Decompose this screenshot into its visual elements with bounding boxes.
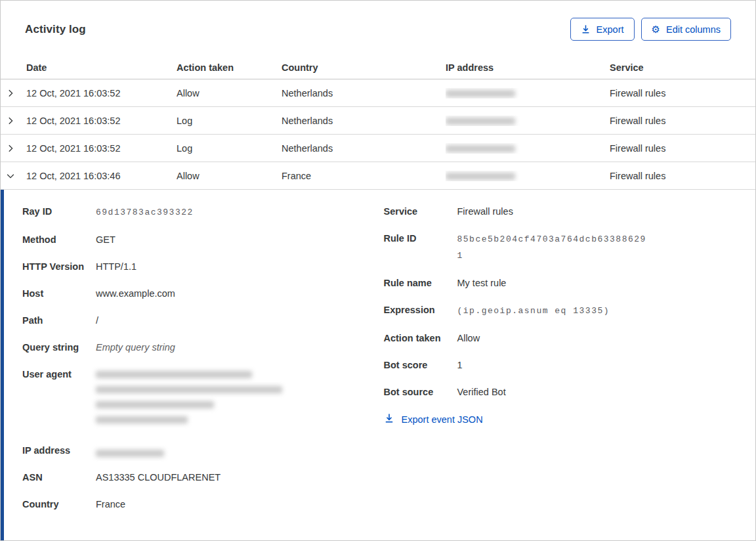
row-date: 12 Oct, 2021 16:03:46 bbox=[26, 171, 177, 181]
detail-label: Expression bbox=[384, 303, 457, 318]
row-country: France bbox=[282, 171, 446, 181]
activity-log-panel: Activity log Export ⚙ Edit columns Date … bbox=[0, 0, 756, 541]
detail-label: HTTP Version bbox=[22, 259, 96, 274]
redacted-ip-value bbox=[446, 90, 515, 97]
detail-label: Country bbox=[22, 497, 96, 512]
redacted-ip-value bbox=[446, 118, 515, 125]
row-action: Allow bbox=[177, 88, 282, 98]
page-title: Activity log bbox=[25, 23, 86, 36]
detail-label: User agent bbox=[22, 367, 96, 382]
row-date: 12 Oct, 2021 16:03:52 bbox=[26, 143, 177, 154]
bot-source-value: Verified Bot bbox=[457, 385, 506, 400]
row-service: Firewall rules bbox=[610, 143, 742, 154]
chevron-down-icon[interactable] bbox=[1, 171, 26, 181]
column-header-service: Service bbox=[610, 62, 742, 73]
table-row-expanded[interactable]: 12 Oct, 2021 16:03:46 Allow France Firew… bbox=[1, 162, 755, 190]
table-row[interactable]: 12 Oct, 2021 16:03:52 Log Netherlands Fi… bbox=[1, 135, 755, 162]
asn-value: AS13335 CLOUDFLARENET bbox=[96, 470, 220, 485]
query-string-value: Empty query string bbox=[96, 340, 175, 355]
detail-label: IP address bbox=[22, 443, 96, 458]
chevron-right-icon[interactable] bbox=[1, 144, 26, 153]
column-header-date: Date bbox=[26, 62, 177, 73]
detail-label: Ray ID bbox=[22, 204, 96, 219]
row-country: Netherlands bbox=[282, 143, 446, 154]
host-value: www.example.com bbox=[96, 286, 175, 301]
row-action: Allow bbox=[177, 171, 282, 181]
detail-label: Bot source bbox=[384, 385, 457, 400]
activity-table: Date Action taken Country IP address Ser… bbox=[1, 56, 755, 190]
detail-right-column: ServiceFirewall rules Rule ID85bce5b204c… bbox=[384, 204, 736, 524]
detail-label: Action taken bbox=[384, 331, 457, 346]
column-header-country: Country bbox=[282, 62, 446, 73]
detail-label: Rule name bbox=[384, 276, 457, 291]
service-value: Firewall rules bbox=[457, 204, 513, 219]
export-button[interactable]: Export bbox=[570, 18, 635, 41]
ip-address-redacted-value bbox=[96, 450, 164, 457]
expression-value: (ip.geoip.asnum eq 13335) bbox=[457, 303, 610, 319]
redacted-ip-value bbox=[446, 173, 515, 180]
row-action: Log bbox=[177, 143, 282, 154]
export-button-label: Export bbox=[597, 24, 624, 35]
detail-label: ASN bbox=[22, 470, 96, 485]
rule-name-value: My test rule bbox=[457, 276, 507, 291]
path-value: / bbox=[96, 313, 98, 328]
table-header-row: Date Action taken Country IP address Ser… bbox=[1, 56, 755, 79]
action-taken-value: Allow bbox=[457, 331, 480, 346]
table-row[interactable]: 12 Oct, 2021 16:03:52 Allow Netherlands … bbox=[1, 79, 755, 107]
chevron-right-icon[interactable] bbox=[1, 89, 26, 98]
row-country: Netherlands bbox=[282, 116, 446, 126]
detail-label: Host bbox=[22, 286, 96, 301]
country-value: France bbox=[96, 497, 125, 512]
export-event-json-label: Export event JSON bbox=[402, 414, 483, 425]
topbar: Activity log Export ⚙ Edit columns bbox=[1, 1, 755, 56]
redacted-ip-value bbox=[446, 145, 515, 152]
row-service: Firewall rules bbox=[610, 116, 742, 126]
row-country: Netherlands bbox=[282, 88, 446, 98]
ray-id-value: 69d13783ac393322 bbox=[96, 204, 194, 221]
user-agent-redacted-value bbox=[96, 367, 282, 431]
chevron-right-icon[interactable] bbox=[1, 116, 26, 125]
bot-score-value: 1 bbox=[457, 358, 463, 373]
row-service: Firewall rules bbox=[610, 171, 742, 181]
export-event-json-link[interactable]: Export event JSON bbox=[384, 413, 736, 425]
toolbar: Export ⚙ Edit columns bbox=[570, 18, 731, 41]
edit-columns-button[interactable]: ⚙ Edit columns bbox=[641, 18, 731, 41]
row-action: Log bbox=[177, 116, 282, 126]
row-date: 12 Oct, 2021 16:03:52 bbox=[26, 88, 177, 98]
column-header-ip-address: IP address bbox=[446, 62, 610, 73]
detail-label: Service bbox=[384, 204, 457, 219]
download-icon bbox=[581, 24, 591, 34]
column-header-action-taken: Action taken bbox=[177, 62, 282, 73]
row-service: Firewall rules bbox=[610, 88, 742, 98]
event-detail-panel: Ray ID69d13783ac393322 MethodGET HTTP Ve… bbox=[1, 190, 755, 541]
detail-label: Method bbox=[22, 232, 96, 248]
download-icon bbox=[384, 413, 394, 425]
rule-id-value: 85bce5b204cf4703a764dcb633886291 bbox=[457, 231, 649, 264]
method-value: GET bbox=[96, 232, 116, 248]
detail-left-column: Ray ID69d13783ac393322 MethodGET HTTP Ve… bbox=[22, 204, 375, 524]
detail-label: Path bbox=[22, 313, 96, 328]
gear-icon: ⚙ bbox=[652, 24, 660, 34]
detail-label: Bot score bbox=[384, 358, 457, 373]
http-version-value: HTTP/1.1 bbox=[96, 259, 136, 274]
detail-label: Query string bbox=[22, 340, 96, 355]
row-date: 12 Oct, 2021 16:03:52 bbox=[26, 116, 177, 126]
detail-label: Rule ID bbox=[384, 231, 457, 246]
edit-columns-button-label: Edit columns bbox=[666, 24, 721, 35]
table-row[interactable]: 12 Oct, 2021 16:03:52 Log Netherlands Fi… bbox=[1, 107, 755, 135]
